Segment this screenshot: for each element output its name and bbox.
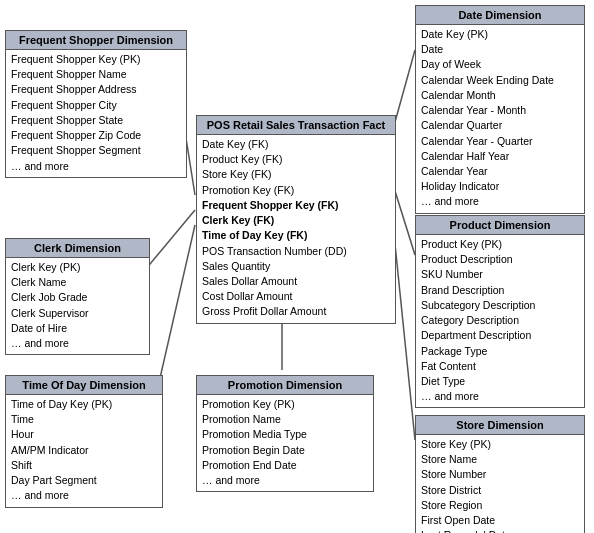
- field: Clerk Job Grade: [11, 290, 144, 305]
- field: Time: [11, 412, 157, 427]
- field: … and more: [11, 336, 144, 351]
- field: Frequent Shopper State: [11, 113, 181, 128]
- frequent-shopper-content: Frequent Shopper Key (PK) Frequent Shopp…: [6, 50, 186, 177]
- field: Day Part Segment: [11, 473, 157, 488]
- pos-fact-header: POS Retail Sales Transaction Fact: [197, 116, 395, 135]
- field: Calendar Month: [421, 88, 579, 103]
- svg-line-4: [145, 210, 195, 270]
- field: … and more: [421, 389, 579, 404]
- promotion-dimension-content: Promotion Key (PK) Promotion Name Promot…: [197, 395, 373, 491]
- product-dimension-box: Product Dimension Product Key (PK) Produ…: [415, 215, 585, 408]
- field: Frequent Shopper Key (PK): [11, 52, 181, 67]
- field: Store Number: [421, 467, 579, 482]
- field: Hour: [11, 427, 157, 442]
- field: Clerk Supervisor: [11, 306, 144, 321]
- store-dimension-content: Store Key (PK) Store Name Store Number S…: [416, 435, 584, 533]
- field: Calendar Week Ending Date: [421, 73, 579, 88]
- field: Promotion Key (PK): [202, 397, 368, 412]
- field: AM/PM Indicator: [11, 443, 157, 458]
- time-of-day-box: Time Of Day Dimension Time of Day Key (P…: [5, 375, 163, 508]
- field: Product Key (FK): [202, 152, 390, 167]
- frequent-shopper-header: Frequent Shopper Dimension: [6, 31, 186, 50]
- field: POS Transaction Number (DD): [202, 244, 390, 259]
- field: Promotion Media Type: [202, 427, 368, 442]
- time-of-day-header: Time Of Day Dimension: [6, 376, 162, 395]
- product-dimension-header: Product Dimension: [416, 216, 584, 235]
- field: Day of Week: [421, 57, 579, 72]
- field: Calendar Half Year: [421, 149, 579, 164]
- field: Date Key (PK): [421, 27, 579, 42]
- field: Diet Type: [421, 374, 579, 389]
- field: Promotion End Date: [202, 458, 368, 473]
- clerk-dimension-box: Clerk Dimension Clerk Key (PK) Clerk Nam…: [5, 238, 150, 355]
- field: Date Key (FK): [202, 137, 390, 152]
- field: … and more: [421, 194, 579, 209]
- field: Date: [421, 42, 579, 57]
- field: Frequent Shopper Segment: [11, 143, 181, 158]
- promotion-dimension-header: Promotion Dimension: [197, 376, 373, 395]
- field: Store Name: [421, 452, 579, 467]
- field: … and more: [11, 159, 181, 174]
- clerk-dimension-header: Clerk Dimension: [6, 239, 149, 258]
- field: Sales Dollar Amount: [202, 274, 390, 289]
- time-of-day-content: Time of Day Key (PK) Time Hour AM/PM Ind…: [6, 395, 162, 507]
- field: Category Description: [421, 313, 579, 328]
- pos-fact-box: POS Retail Sales Transaction Fact Date K…: [196, 115, 396, 324]
- field: Promotion Name: [202, 412, 368, 427]
- clerk-dimension-content: Clerk Key (PK) Clerk Name Clerk Job Grad…: [6, 258, 149, 354]
- pos-fact-content: Date Key (FK) Product Key (FK) Store Key…: [197, 135, 395, 323]
- field: Frequent Shopper Address: [11, 82, 181, 97]
- field: Product Key (PK): [421, 237, 579, 252]
- field: Time of Day Key (PK): [11, 397, 157, 412]
- field: SKU Number: [421, 267, 579, 282]
- field: Last Remodel Date: [421, 528, 579, 533]
- field-bold: Clerk Key (FK): [202, 213, 390, 228]
- field: Sales Quantity: [202, 259, 390, 274]
- field: Brand Description: [421, 283, 579, 298]
- date-dimension-content: Date Key (PK) Date Day of Week Calendar …: [416, 25, 584, 213]
- promotion-dimension-box: Promotion Dimension Promotion Key (PK) P…: [196, 375, 374, 492]
- field-bold: Frequent Shopper Key (FK): [202, 198, 390, 213]
- er-diagram: Date Dimension Date Key (PK) Date Day of…: [0, 0, 594, 533]
- field: Store Region: [421, 498, 579, 513]
- field: First Open Date: [421, 513, 579, 528]
- field: Frequent Shopper City: [11, 98, 181, 113]
- field: Calendar Year - Quarter: [421, 134, 579, 149]
- field: Cost Dollar Amount: [202, 289, 390, 304]
- svg-line-5: [155, 225, 195, 400]
- field: Store Key (FK): [202, 167, 390, 182]
- field: Department Description: [421, 328, 579, 343]
- field: Calendar Year: [421, 164, 579, 179]
- field: Store Key (PK): [421, 437, 579, 452]
- field-bold: Time of Day Key (FK): [202, 228, 390, 243]
- field: Promotion Begin Date: [202, 443, 368, 458]
- date-dimension-header: Date Dimension: [416, 6, 584, 25]
- field: Clerk Name: [11, 275, 144, 290]
- field: Gross Profit Dollar Amount: [202, 304, 390, 319]
- field: Shift: [11, 458, 157, 473]
- field: Calendar Quarter: [421, 118, 579, 133]
- field: Fat Content: [421, 359, 579, 374]
- field: Promotion Key (FK): [202, 183, 390, 198]
- store-dimension-box: Store Dimension Store Key (PK) Store Nam…: [415, 415, 585, 533]
- store-dimension-header: Store Dimension: [416, 416, 584, 435]
- product-dimension-content: Product Key (PK) Product Description SKU…: [416, 235, 584, 407]
- field: Holiday Indicator: [421, 179, 579, 194]
- frequent-shopper-box: Frequent Shopper Dimension Frequent Shop…: [5, 30, 187, 178]
- field: Product Description: [421, 252, 579, 267]
- field: Subcategory Description: [421, 298, 579, 313]
- field: Clerk Key (PK): [11, 260, 144, 275]
- field: Date of Hire: [11, 321, 144, 336]
- field: … and more: [11, 488, 157, 503]
- field: Frequent Shopper Zip Code: [11, 128, 181, 143]
- field: … and more: [202, 473, 368, 488]
- field: Calendar Year - Month: [421, 103, 579, 118]
- field: Frequent Shopper Name: [11, 67, 181, 82]
- date-dimension-box: Date Dimension Date Key (PK) Date Day of…: [415, 5, 585, 214]
- field: Package Type: [421, 344, 579, 359]
- field: Store District: [421, 483, 579, 498]
